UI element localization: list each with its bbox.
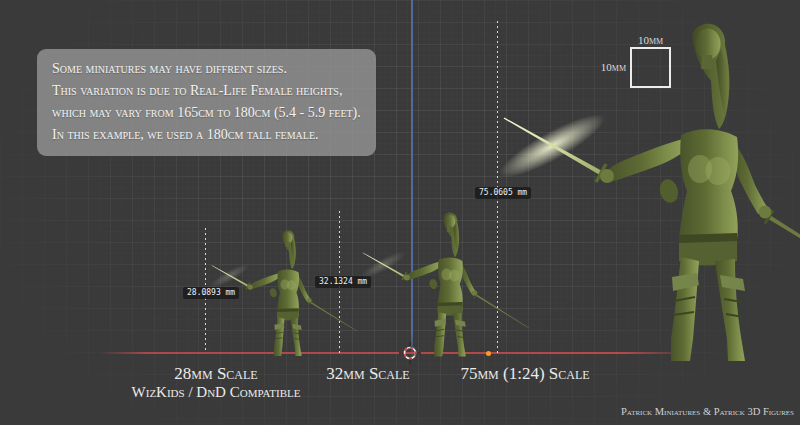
object-origin-dot xyxy=(486,351,491,356)
measurement-label-28mm: 28.0893 mm xyxy=(183,287,239,299)
3d-cursor[interactable] xyxy=(399,342,421,364)
measurement-label-32mm: 32.1324 mm xyxy=(315,276,371,288)
measurement-label-75mm: 75.0605 mm xyxy=(475,187,531,199)
credit-text: Patrick Miniatures & Patrick 3D Figures xyxy=(621,406,794,417)
scale-sublabel-28mm: WizKids / DnD Compatible xyxy=(86,384,346,401)
3d-viewport[interactable]: Some miniatures may have diffrent sizes.… xyxy=(0,0,800,425)
scale-label-75mm: 75mm (1:24) Scale xyxy=(415,364,635,383)
